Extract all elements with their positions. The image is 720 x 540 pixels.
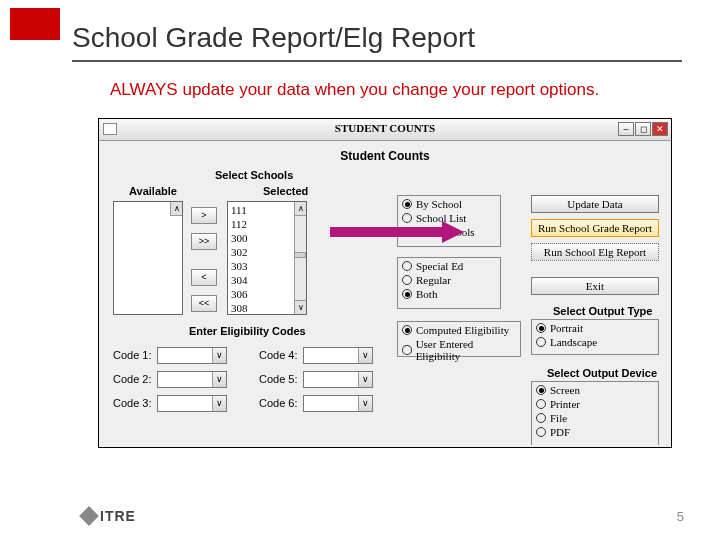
selected-header: Selected [263,185,308,197]
update-data-button[interactable]: Update Data [531,195,659,213]
selected-listbox[interactable]: 111 112 300 302 303 304 306 308 ∧ ∨ [227,201,307,315]
ncstate-logo [10,8,60,40]
maximize-button[interactable]: ◻ [635,122,651,136]
radio-printer[interactable]: Printer [536,398,654,410]
group-by-panel: By School School List ALL Schools [397,195,501,247]
radio-both[interactable]: Both [402,288,496,300]
list-item[interactable]: 111 [231,203,303,217]
run-school-elg-report-button[interactable]: Run School Elg Report [531,243,659,261]
page-number: 5 [677,509,684,524]
radio-regular[interactable]: Regular [402,274,496,286]
output-device-panel: Screen Printer File PDF [531,381,659,445]
move-left-button[interactable]: < [191,269,217,286]
panel-subtitle: Student Counts [99,149,671,163]
output-type-panel: Portrait Landscape [531,319,659,355]
itre-logo: ITRE [82,508,136,524]
scroll-down-icon[interactable]: ∨ [294,300,306,314]
code1-combo[interactable]: ∨ [157,347,227,364]
code4-combo[interactable]: ∨ [303,347,373,364]
scroll-thumb[interactable] [294,252,306,258]
scroll-up-icon[interactable]: ∧ [170,202,182,216]
list-item[interactable]: 304 [231,273,303,287]
radio-portrait[interactable]: Portrait [536,322,654,334]
code3-label: Code 3: [113,397,152,409]
exit-button[interactable]: Exit [531,277,659,295]
list-item[interactable]: 300 [231,231,303,245]
output-device-label: Select Output Device [547,367,657,379]
title-rule [72,60,682,62]
code5-combo[interactable]: ∨ [303,371,373,388]
radio-school-list[interactable]: School List [402,212,496,224]
tip-text: ALWAYS update your data when you change … [110,80,599,100]
scroll-up-icon[interactable]: ∧ [294,202,306,216]
window-titlebar: STUDENT COUNTS – ◻ ✕ [99,119,671,141]
list-item[interactable]: 306 [231,287,303,301]
radio-user-elig[interactable]: User Entered Eligibility [402,338,516,362]
select-schools-label: Select Schools [215,169,293,181]
window-title: STUDENT COUNTS [99,122,671,134]
output-type-label: Select Output Type [553,305,652,317]
radio-by-school[interactable]: By School [402,198,496,210]
radio-landscape[interactable]: Landscape [536,336,654,348]
close-button[interactable]: ✕ [652,122,668,136]
move-all-right-button[interactable]: >> [191,233,217,250]
code5-label: Code 5: [259,373,298,385]
available-header: Available [129,185,177,197]
category-panel: Special Ed Regular Both [397,257,501,309]
eligibility-panel: Computed Eligibility User Entered Eligib… [397,321,521,357]
code6-combo[interactable]: ∨ [303,395,373,412]
radio-computed-elig[interactable]: Computed Eligibility [402,324,516,336]
radio-pdf[interactable]: PDF [536,426,654,438]
code6-label: Code 6: [259,397,298,409]
code4-label: Code 4: [259,349,298,361]
codes-section-label: Enter Eligibility Codes [189,325,306,337]
list-item[interactable]: 308 [231,301,303,315]
radio-file[interactable]: File [536,412,654,424]
move-right-button[interactable]: > [191,207,217,224]
radio-screen[interactable]: Screen [536,384,654,396]
page-title: School Grade Report/Elg Report [72,22,475,54]
list-item[interactable]: 303 [231,259,303,273]
radio-special-ed[interactable]: Special Ed [402,260,496,272]
available-listbox[interactable]: ∧ [113,201,183,315]
list-item[interactable]: 302 [231,245,303,259]
code1-label: Code 1: [113,349,152,361]
student-counts-window: STUDENT COUNTS – ◻ ✕ Student Counts Sele… [98,118,672,448]
run-school-grade-report-button[interactable]: Run School Grade Report [531,219,659,237]
minimize-button[interactable]: – [618,122,634,136]
list-item[interactable]: 112 [231,217,303,231]
code2-combo[interactable]: ∨ [157,371,227,388]
code2-label: Code 2: [113,373,152,385]
move-all-left-button[interactable]: << [191,295,217,312]
radio-all-schools[interactable]: ALL Schools [402,226,496,238]
itre-diamond-icon [79,506,99,526]
itre-logo-text: ITRE [100,508,136,524]
code3-combo[interactable]: ∨ [157,395,227,412]
